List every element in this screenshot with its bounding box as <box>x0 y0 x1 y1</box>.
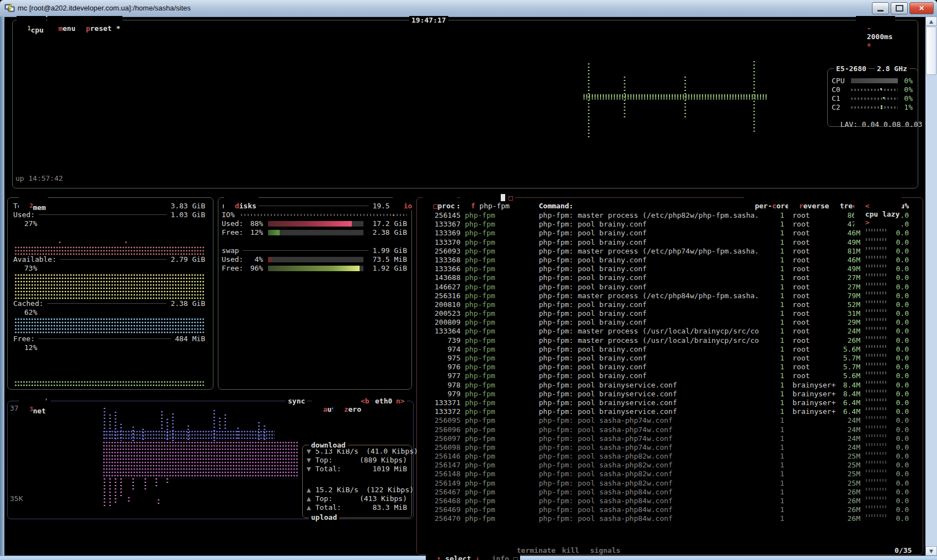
process-row[interactable]: 256095 php-fpm php-fpm: pool sasha-php74… <box>416 416 921 425</box>
mem-box-title[interactable]: 2mem <box>19 193 48 212</box>
proc-filter-clear-button[interactable]: □ <box>506 193 515 202</box>
process-row[interactable]: 143688 php-fpm php-fpm: pool brainy.conf… <box>416 273 921 282</box>
process-cpu-graph <box>866 390 887 392</box>
select-down-icon: ↓ <box>475 554 480 560</box>
process-row[interactable]: 256467 php-fpm php-fpm: pool sasha-php84… <box>416 488 921 497</box>
process-row[interactable]: 133364 php-fpm php-fpm: master process (… <box>416 327 921 336</box>
disks-io-toggle[interactable]: io <box>393 193 414 210</box>
process-row[interactable]: 256148 php-fpm php-fpm: pool sasha-php82… <box>416 470 921 478</box>
process-pid: 133369 <box>430 229 461 238</box>
process-row[interactable]: 256470 php-fpm php-fpm: pool sasha-php84… <box>416 514 921 523</box>
process-row[interactable]: 256093 php-fpm php-fpm: master process (… <box>416 247 921 256</box>
process-row[interactable]: 133371 php-fpm php-fpm: pool brainyservi… <box>416 399 921 407</box>
process-command: php-fpm: pool brainy.conf <box>539 354 647 363</box>
process-pid: 978 <box>430 381 461 390</box>
process-mem: 5.6M <box>834 345 860 354</box>
process-program: php-fpm <box>465 211 495 220</box>
process-row[interactable]: 256145 php-fpm php-fpm: master process (… <box>416 211 921 220</box>
process-row[interactable]: 256469 php-fpm php-fpm: pool sasha-php84… <box>416 505 921 514</box>
process-cpu-graph <box>866 443 887 446</box>
scroll-down-icon: ▼ <box>929 548 933 554</box>
process-row[interactable]: 133372 php-fpm php-fpm: pool brainyservi… <box>416 407 921 416</box>
net-next-interface-button[interactable]: n> <box>394 397 407 405</box>
process-program: php-fpm <box>465 363 495 371</box>
process-row[interactable]: 256096 php-fpm php-fpm: pool sasha-php74… <box>416 426 921 434</box>
net-sync-toggle[interactable]: sync <box>286 397 307 405</box>
process-row[interactable]: 133370 php-fpm php-fpm: pool brainy.conf… <box>416 238 921 247</box>
net-prev-interface-button[interactable]: <b <box>358 397 372 405</box>
process-mem: 27M <box>834 283 860 292</box>
process-row[interactable]: 133367 php-fpm php-fpm: pool brainy.conf… <box>416 220 921 229</box>
process-row[interactable]: 977 php-fpm php-fpm: pool brainy.conf 1 … <box>416 371 921 380</box>
process-row[interactable]: 256146 php-fpm php-fpm: pool sasha-php82… <box>416 452 921 461</box>
process-command: php-fpm: pool brainyservice.conf <box>539 399 677 407</box>
minimize-button[interactable] <box>872 2 889 14</box>
scrollbar-down-button[interactable]: ▼ <box>925 546 937 556</box>
process-command: php-fpm: pool brainy.conf <box>539 220 647 229</box>
process-row[interactable]: 133366 php-fpm php-fpm: pool brainy.conf… <box>416 265 921 273</box>
process-row[interactable]: 975 php-fpm php-fpm: pool brainy.conf 1 … <box>416 354 921 363</box>
proc-box-title[interactable]: □proc <box>422 193 457 210</box>
process-row[interactable]: 133369 php-fpm php-fpm: pool brainy.conf… <box>416 229 921 238</box>
scrollbar-track[interactable] <box>925 17 937 556</box>
putty-icon[interactable] <box>4 3 15 13</box>
process-row[interactable]: 256147 php-fpm php-fpm: pool sasha-php82… <box>416 461 921 470</box>
process-row[interactable]: 200810 php-fpm php-fpm: pool brainy.conf… <box>416 300 921 309</box>
proc-signals-button[interactable]: signals <box>588 546 623 554</box>
scrollbar-thumb[interactable] <box>926 26 936 75</box>
update-interval-control[interactable]: - 2000ms + <box>856 16 895 49</box>
process-command: php-fpm: pool brainy.conf <box>539 238 647 247</box>
process-user: brainyser+ <box>793 407 836 416</box>
cpu-box-title[interactable]: 1cpu <box>17 16 46 34</box>
process-command: php-fpm: master process (/etc/php82w/php… <box>539 211 759 220</box>
process-threads: 1 <box>756 229 784 238</box>
interval-decrease-button[interactable]: - <box>867 24 871 33</box>
proc-reverse-toggle[interactable]: reverse <box>788 193 831 210</box>
proc-percore-toggle[interactable]: per-core <box>744 193 791 210</box>
process-program: php-fpm <box>465 434 495 443</box>
process-row[interactable]: 256149 php-fpm php-fpm: pool sasha-php82… <box>416 479 921 488</box>
process-pid: 200809 <box>430 318 461 327</box>
process-cpu-graph <box>866 479 887 482</box>
process-row[interactable]: 256098 php-fpm php-fpm: pool sasha-php74… <box>416 443 921 452</box>
process-row[interactable]: 974 php-fpm php-fpm: pool brainy.conf 1 … <box>416 345 921 354</box>
process-threads: 1 <box>756 443 784 452</box>
process-threads: 1 <box>756 461 784 470</box>
process-mem: 25M <box>834 452 860 461</box>
process-pid: 133370 <box>430 238 461 247</box>
proc-sort-control[interactable]: < cpu lazy > <box>854 193 902 227</box>
process-threads: 1 <box>756 371 784 380</box>
process-row[interactable]: 146627 php-fpm php-fpm: pool brainy.conf… <box>416 283 921 292</box>
process-cpu: 0.0 <box>887 443 909 452</box>
proc-select-control[interactable]: ↑ select ↓ <box>426 546 482 560</box>
process-row[interactable]: 256316 php-fpm php-fpm: master process (… <box>416 292 921 300</box>
process-row[interactable]: 256097 php-fpm php-fpm: pool sasha-php74… <box>416 434 921 443</box>
process-command: php-fpm: pool sasha-php84w.conf <box>539 497 673 505</box>
titlebar[interactable]: mc [root@a202.itdeveloper.com.ua]:/home/… <box>0 0 937 17</box>
process-row[interactable]: 976 php-fpm php-fpm: pool brainy.conf 1 … <box>416 363 921 371</box>
process-mem: 8.4M <box>834 381 860 390</box>
maximize-button[interactable] <box>891 2 908 14</box>
sort-next-button[interactable]: > <box>865 218 870 227</box>
proc-terminate-button[interactable]: terminate <box>515 546 558 554</box>
scrollbar-up-button[interactable]: ▲ <box>925 17 937 26</box>
process-cpu-graph <box>866 327 887 330</box>
disks-box-title[interactable]: disks <box>224 193 259 210</box>
process-mem: 8.4M <box>834 390 860 399</box>
process-row[interactable]: 200523 php-fpm php-fpm: pool brainy.conf… <box>416 309 921 318</box>
process-row[interactable]: 979 php-fpm php-fpm: pool brainyservice.… <box>416 390 921 399</box>
sort-prev-button[interactable]: < <box>865 202 870 210</box>
close-button[interactable]: ✕ <box>909 2 934 14</box>
interval-increase-button[interactable]: + <box>867 41 871 49</box>
column-header-command[interactable]: Command: <box>539 202 574 210</box>
process-row[interactable]: 133368 php-fpm php-fpm: pool brainy.conf… <box>416 256 921 265</box>
process-row[interactable]: 256468 php-fpm php-fpm: pool sasha-php84… <box>416 497 921 505</box>
proc-kill-button[interactable]: kill <box>560 546 581 554</box>
menu-button[interactable]: menu <box>47 16 78 33</box>
process-row[interactable]: 200809 php-fpm php-fpm: pool brainy.conf… <box>416 318 921 327</box>
download-total-row: ▼ Total:1019 MiB <box>307 465 407 473</box>
process-cpu-graph <box>866 461 887 464</box>
process-row[interactable]: 978 php-fpm php-fpm: pool brainyservice.… <box>416 381 921 390</box>
process-row[interactable]: 739 php-fpm php-fpm: master process (/us… <box>416 336 921 345</box>
preset-button[interactable]: preset * <box>75 16 122 33</box>
